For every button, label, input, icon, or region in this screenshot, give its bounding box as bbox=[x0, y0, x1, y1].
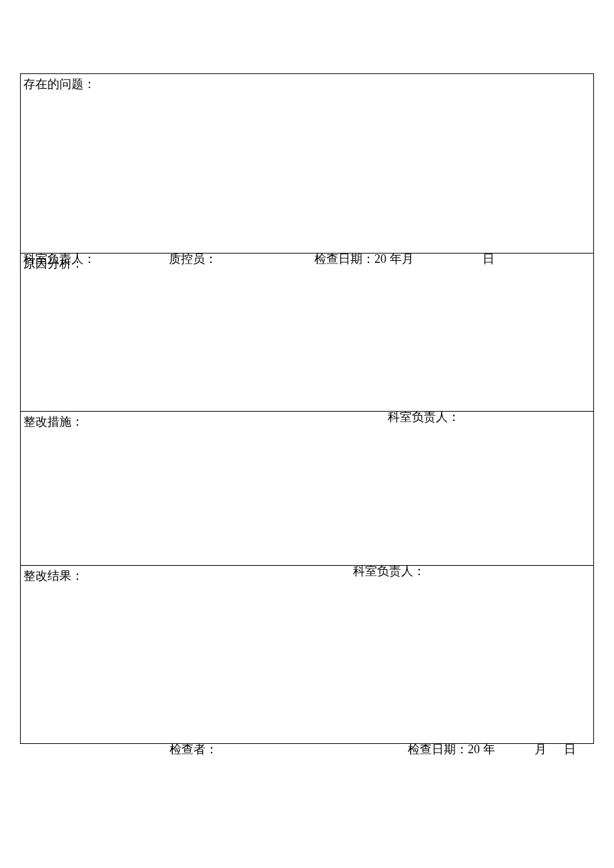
section-problems: 存在的问题： 科室负责人： 质控员： 检查日期：20 年月 日 bbox=[21, 74, 593, 253]
form-table: 存在的问题： 科室负责人： 质控员： 检查日期：20 年月 日 原因分析： bbox=[20, 73, 594, 744]
check-date-label-2: 检查日期： bbox=[408, 743, 468, 756]
section-measures: 整改措施： 科室负责人： bbox=[21, 412, 593, 565]
section-analysis: 原因分析： 科室负责人： bbox=[21, 254, 593, 411]
label-analysis: 原因分析： bbox=[23, 255, 83, 273]
check-date-group-2: 检查日期：20 年 bbox=[408, 741, 495, 759]
month-label-2: 月 bbox=[535, 741, 547, 759]
page: 存在的问题： 科室负责人： 质控员： 检查日期：20 年月 日 原因分析： bbox=[0, 0, 614, 868]
year-prefix-2: 20 bbox=[468, 743, 480, 756]
label-problems: 存在的问题： bbox=[23, 75, 95, 93]
label-measures: 整改措施： bbox=[23, 413, 83, 431]
year-label-2: 年 bbox=[483, 743, 495, 756]
day-label-2: 日 bbox=[564, 741, 576, 759]
inspector-label: 检查者： bbox=[170, 741, 218, 759]
label-result: 整改结果： bbox=[23, 567, 83, 585]
section-result: 整改结果： 检查者： 检查日期：20 年 月 日 bbox=[21, 566, 593, 743]
